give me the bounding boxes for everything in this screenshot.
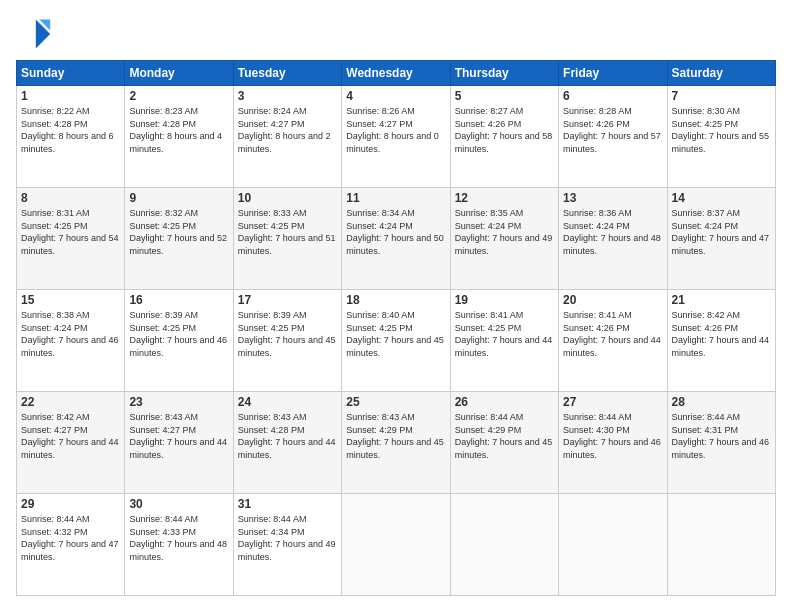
day-number: 6 [563, 89, 662, 103]
calendar-cell: 5 Sunrise: 8:27 AM Sunset: 4:26 PM Dayli… [450, 86, 558, 188]
day-detail: Sunrise: 8:44 AM Sunset: 4:31 PM Dayligh… [672, 411, 771, 461]
calendar-cell: 29 Sunrise: 8:44 AM Sunset: 4:32 PM Dayl… [17, 494, 125, 596]
logo [16, 16, 56, 52]
day-detail: Sunrise: 8:30 AM Sunset: 4:25 PM Dayligh… [672, 105, 771, 155]
calendar-cell [559, 494, 667, 596]
calendar-cell: 30 Sunrise: 8:44 AM Sunset: 4:33 PM Dayl… [125, 494, 233, 596]
calendar-cell [450, 494, 558, 596]
day-detail: Sunrise: 8:26 AM Sunset: 4:27 PM Dayligh… [346, 105, 445, 155]
calendar-cell: 8 Sunrise: 8:31 AM Sunset: 4:25 PM Dayli… [17, 188, 125, 290]
day-detail: Sunrise: 8:36 AM Sunset: 4:24 PM Dayligh… [563, 207, 662, 257]
calendar-header-row: SundayMondayTuesdayWednesdayThursdayFrid… [17, 61, 776, 86]
day-number: 10 [238, 191, 337, 205]
logo-icon [16, 16, 52, 52]
day-detail: Sunrise: 8:39 AM Sunset: 4:25 PM Dayligh… [238, 309, 337, 359]
day-number: 1 [21, 89, 120, 103]
day-number: 7 [672, 89, 771, 103]
calendar-table: SundayMondayTuesdayWednesdayThursdayFrid… [16, 60, 776, 596]
day-number: 22 [21, 395, 120, 409]
day-number: 26 [455, 395, 554, 409]
calendar-cell: 22 Sunrise: 8:42 AM Sunset: 4:27 PM Dayl… [17, 392, 125, 494]
day-detail: Sunrise: 8:40 AM Sunset: 4:25 PM Dayligh… [346, 309, 445, 359]
calendar-cell: 2 Sunrise: 8:23 AM Sunset: 4:28 PM Dayli… [125, 86, 233, 188]
day-number: 16 [129, 293, 228, 307]
day-number: 2 [129, 89, 228, 103]
calendar-cell: 25 Sunrise: 8:43 AM Sunset: 4:29 PM Dayl… [342, 392, 450, 494]
day-detail: Sunrise: 8:44 AM Sunset: 4:32 PM Dayligh… [21, 513, 120, 563]
day-detail: Sunrise: 8:44 AM Sunset: 4:33 PM Dayligh… [129, 513, 228, 563]
day-number: 27 [563, 395, 662, 409]
calendar-cell [667, 494, 775, 596]
day-number: 15 [21, 293, 120, 307]
calendar-cell: 17 Sunrise: 8:39 AM Sunset: 4:25 PM Dayl… [233, 290, 341, 392]
day-detail: Sunrise: 8:42 AM Sunset: 4:27 PM Dayligh… [21, 411, 120, 461]
day-number: 8 [21, 191, 120, 205]
day-detail: Sunrise: 8:43 AM Sunset: 4:28 PM Dayligh… [238, 411, 337, 461]
calendar-cell: 21 Sunrise: 8:42 AM Sunset: 4:26 PM Dayl… [667, 290, 775, 392]
weekday-header: Tuesday [233, 61, 341, 86]
day-detail: Sunrise: 8:42 AM Sunset: 4:26 PM Dayligh… [672, 309, 771, 359]
calendar-cell: 31 Sunrise: 8:44 AM Sunset: 4:34 PM Dayl… [233, 494, 341, 596]
day-detail: Sunrise: 8:24 AM Sunset: 4:27 PM Dayligh… [238, 105, 337, 155]
day-number: 4 [346, 89, 445, 103]
day-number: 24 [238, 395, 337, 409]
day-number: 17 [238, 293, 337, 307]
day-number: 20 [563, 293, 662, 307]
calendar-cell: 18 Sunrise: 8:40 AM Sunset: 4:25 PM Dayl… [342, 290, 450, 392]
day-number: 25 [346, 395, 445, 409]
header [16, 16, 776, 52]
day-detail: Sunrise: 8:35 AM Sunset: 4:24 PM Dayligh… [455, 207, 554, 257]
page: SundayMondayTuesdayWednesdayThursdayFrid… [0, 0, 792, 612]
calendar-cell: 16 Sunrise: 8:39 AM Sunset: 4:25 PM Dayl… [125, 290, 233, 392]
calendar-cell: 10 Sunrise: 8:33 AM Sunset: 4:25 PM Dayl… [233, 188, 341, 290]
calendar-cell: 19 Sunrise: 8:41 AM Sunset: 4:25 PM Dayl… [450, 290, 558, 392]
day-number: 12 [455, 191, 554, 205]
calendar-cell: 3 Sunrise: 8:24 AM Sunset: 4:27 PM Dayli… [233, 86, 341, 188]
calendar-cell: 6 Sunrise: 8:28 AM Sunset: 4:26 PM Dayli… [559, 86, 667, 188]
day-detail: Sunrise: 8:33 AM Sunset: 4:25 PM Dayligh… [238, 207, 337, 257]
day-detail: Sunrise: 8:43 AM Sunset: 4:27 PM Dayligh… [129, 411, 228, 461]
calendar-week-row: 22 Sunrise: 8:42 AM Sunset: 4:27 PM Dayl… [17, 392, 776, 494]
calendar-cell: 1 Sunrise: 8:22 AM Sunset: 4:28 PM Dayli… [17, 86, 125, 188]
day-number: 14 [672, 191, 771, 205]
day-detail: Sunrise: 8:44 AM Sunset: 4:29 PM Dayligh… [455, 411, 554, 461]
day-detail: Sunrise: 8:38 AM Sunset: 4:24 PM Dayligh… [21, 309, 120, 359]
calendar-cell: 14 Sunrise: 8:37 AM Sunset: 4:24 PM Dayl… [667, 188, 775, 290]
day-detail: Sunrise: 8:37 AM Sunset: 4:24 PM Dayligh… [672, 207, 771, 257]
calendar-cell: 11 Sunrise: 8:34 AM Sunset: 4:24 PM Dayl… [342, 188, 450, 290]
calendar-cell: 27 Sunrise: 8:44 AM Sunset: 4:30 PM Dayl… [559, 392, 667, 494]
calendar-cell: 23 Sunrise: 8:43 AM Sunset: 4:27 PM Dayl… [125, 392, 233, 494]
day-detail: Sunrise: 8:44 AM Sunset: 4:34 PM Dayligh… [238, 513, 337, 563]
day-number: 3 [238, 89, 337, 103]
calendar-cell [342, 494, 450, 596]
day-detail: Sunrise: 8:39 AM Sunset: 4:25 PM Dayligh… [129, 309, 228, 359]
day-number: 19 [455, 293, 554, 307]
day-number: 11 [346, 191, 445, 205]
day-number: 18 [346, 293, 445, 307]
day-number: 5 [455, 89, 554, 103]
calendar-cell: 4 Sunrise: 8:26 AM Sunset: 4:27 PM Dayli… [342, 86, 450, 188]
calendar-cell: 12 Sunrise: 8:35 AM Sunset: 4:24 PM Dayl… [450, 188, 558, 290]
weekday-header: Sunday [17, 61, 125, 86]
day-detail: Sunrise: 8:43 AM Sunset: 4:29 PM Dayligh… [346, 411, 445, 461]
day-detail: Sunrise: 8:44 AM Sunset: 4:30 PM Dayligh… [563, 411, 662, 461]
day-number: 30 [129, 497, 228, 511]
calendar-week-row: 29 Sunrise: 8:44 AM Sunset: 4:32 PM Dayl… [17, 494, 776, 596]
day-number: 13 [563, 191, 662, 205]
calendar-cell: 28 Sunrise: 8:44 AM Sunset: 4:31 PM Dayl… [667, 392, 775, 494]
calendar-week-row: 15 Sunrise: 8:38 AM Sunset: 4:24 PM Dayl… [17, 290, 776, 392]
calendar-cell: 7 Sunrise: 8:30 AM Sunset: 4:25 PM Dayli… [667, 86, 775, 188]
day-detail: Sunrise: 8:32 AM Sunset: 4:25 PM Dayligh… [129, 207, 228, 257]
day-detail: Sunrise: 8:23 AM Sunset: 4:28 PM Dayligh… [129, 105, 228, 155]
day-detail: Sunrise: 8:41 AM Sunset: 4:25 PM Dayligh… [455, 309, 554, 359]
calendar-cell: 24 Sunrise: 8:43 AM Sunset: 4:28 PM Dayl… [233, 392, 341, 494]
calendar-cell: 13 Sunrise: 8:36 AM Sunset: 4:24 PM Dayl… [559, 188, 667, 290]
calendar-cell: 9 Sunrise: 8:32 AM Sunset: 4:25 PM Dayli… [125, 188, 233, 290]
weekday-header: Friday [559, 61, 667, 86]
day-number: 28 [672, 395, 771, 409]
day-number: 23 [129, 395, 228, 409]
calendar-cell: 26 Sunrise: 8:44 AM Sunset: 4:29 PM Dayl… [450, 392, 558, 494]
weekday-header: Monday [125, 61, 233, 86]
day-number: 9 [129, 191, 228, 205]
weekday-header: Saturday [667, 61, 775, 86]
